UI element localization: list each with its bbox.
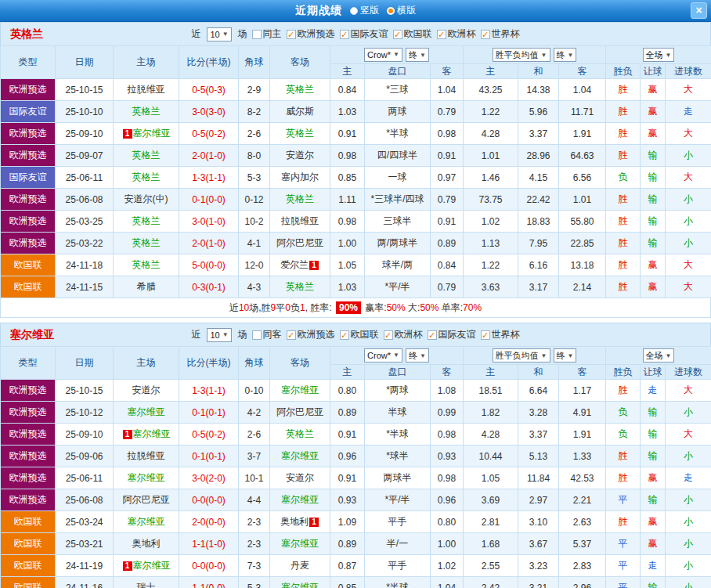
filter-checkbox[interactable]: ✓世界杯	[481, 328, 520, 341]
company-select[interactable]: Crow*▼	[364, 48, 402, 62]
away-team-cell: 英格兰	[270, 424, 330, 446]
away-team-cell: 威尔斯	[270, 101, 330, 123]
filter-checkbox[interactable]: ✓欧洲杯	[437, 27, 476, 41]
match-type: 欧洲预选	[1, 446, 56, 467]
final-select[interactable]: 终▼	[406, 48, 429, 62]
home-team-cell: 瑞士	[114, 577, 179, 588]
layout-radio-vertical[interactable]: 竖版	[350, 4, 379, 17]
layout-radio-horizontal[interactable]: 横版	[387, 4, 416, 17]
dropdown-label: 终	[557, 49, 565, 61]
team-name: 英格兰	[286, 128, 314, 139]
filter-checkbox[interactable]: 同客	[252, 328, 282, 341]
filter-checkbox[interactable]: ✓欧国联	[340, 328, 379, 341]
result-handicap: 输	[641, 167, 666, 189]
home-team-cell: 英格兰	[114, 145, 179, 167]
avg-home-odds: 1.22	[464, 101, 518, 123]
company-odds-group: Crow*▼终▼	[330, 347, 464, 365]
result-handicap: 赢	[641, 467, 666, 489]
team-name: 拉脱维亚	[281, 215, 319, 226]
home-team-cell: 安道尔	[114, 380, 179, 402]
team-name: 威尔斯	[286, 106, 314, 117]
dropdown-label: 胜平负均值	[496, 49, 539, 61]
avg-odds-select[interactable]: 胜平负均值▼	[493, 48, 550, 62]
checkbox-icon: ✓	[481, 330, 490, 340]
final-select-2[interactable]: 终▼	[554, 348, 577, 363]
corner-count: 10-1	[239, 467, 270, 489]
red-card-badge: 1	[309, 261, 319, 270]
final-select-2[interactable]: 终▼	[554, 48, 577, 62]
filter-checkbox[interactable]: ✓世界杯	[481, 27, 520, 41]
filter-checkbox[interactable]: ✓欧洲预选	[287, 328, 335, 341]
avg-away-odds: 11.71	[559, 101, 606, 123]
column-subheader: 盘口	[365, 365, 431, 380]
home-odds: 0.84	[330, 79, 365, 101]
avg-away-odds: 1.17	[559, 380, 606, 402]
column-subheader: 进球数	[666, 64, 711, 79]
match-type: 欧国联	[1, 533, 56, 555]
team-name: 英格兰	[132, 150, 161, 161]
filter-checkbox[interactable]: ✓欧国联	[393, 27, 432, 41]
filter-checkbox[interactable]: ✓国际友谊	[340, 27, 388, 41]
filter-checkbox[interactable]: ✓欧洲杯	[384, 328, 423, 341]
column-subheader: 进球数	[666, 365, 711, 380]
chevron-down-icon: ▼	[666, 352, 672, 359]
away-odds: 1.04	[431, 79, 464, 101]
titlebar: 近期战绩 竖版 横版 ×	[0, 0, 711, 22]
near-label: 近	[191, 27, 200, 41]
avg-home-odds: 1.13	[464, 233, 518, 254]
result-handicap: 输	[641, 577, 666, 588]
home-team-cell: 1塞尔维亚	[114, 555, 179, 577]
result-goals: 大	[666, 380, 711, 402]
scope-select[interactable]: 全场▼	[643, 348, 675, 363]
handicap-line: *平/半	[365, 489, 431, 511]
home-odds: 0.89	[330, 402, 365, 424]
dropdown-label: 终	[409, 49, 417, 61]
scope-select[interactable]: 全场▼	[643, 48, 675, 62]
match-date: 25-10-12	[56, 402, 114, 424]
away-team-cell: 英格兰	[270, 189, 330, 211]
match-score: 2-0(1-0)	[179, 233, 239, 254]
handicap-line: *三球半/四球	[365, 189, 431, 211]
match-date: 25-06-08	[56, 489, 114, 511]
team-name: 阿尔巴尼亚	[123, 494, 170, 505]
match-row: 欧洲预选25-06-08阿尔巴尼亚0-0(0-0)4-4塞尔维亚0.93*平/半…	[1, 489, 711, 511]
away-team-cell: 塞尔维亚	[270, 380, 330, 402]
filter-checkbox[interactable]: 同主	[252, 27, 282, 41]
section-header-bar: 英格兰近10▼场同主✓欧洲预选✓国际友谊✓欧国联✓欧洲杯✓世界杯	[0, 22, 711, 45]
match-count-select[interactable]: 10▼	[207, 27, 231, 41]
column-subheader: 主	[464, 64, 518, 79]
avg-draw-odds: 18.83	[518, 211, 559, 233]
filter-checkbox[interactable]: ✓欧洲预选	[287, 27, 335, 41]
home-team-cell: 塞尔维亚	[114, 467, 179, 489]
avg-away-odds: 5.37	[559, 533, 606, 555]
team-name: 阿尔巴尼亚	[276, 237, 323, 248]
avg-home-odds: 1.05	[464, 467, 518, 489]
match-score: 1-3(1-1)	[179, 167, 239, 189]
column-subheader: 和	[518, 64, 559, 79]
table-header-row: 类型日期主场比分(半场)角球客场Crow*▼终▼胜平负均值▼终▼全场▼	[1, 347, 711, 365]
result-handicap: 输	[641, 446, 666, 467]
match-score: 0-1(0-0)	[179, 189, 239, 211]
column-subheader: 主	[330, 64, 365, 79]
company-select[interactable]: Crow*▼	[364, 348, 402, 363]
column-header: 类型	[1, 46, 56, 79]
away-team-cell: 安道尔	[270, 145, 330, 167]
match-row: 欧国联24-11-16瑞士1-1(0-0)5-3塞尔维亚0.85*半球1.042…	[1, 577, 711, 588]
home-odds: 0.98	[330, 211, 365, 233]
close-icon[interactable]: ×	[691, 2, 707, 19]
result-goals: 大	[666, 167, 711, 189]
result-handicap: 赢	[641, 123, 666, 145]
column-header: 角球	[239, 46, 270, 79]
handicap-line: 两球	[365, 101, 431, 123]
home-team-cell: 英格兰	[114, 211, 179, 233]
filter-checkbox[interactable]: ✓国际友谊	[428, 328, 476, 341]
avg-odds-select[interactable]: 胜平负均值▼	[493, 348, 550, 363]
final-select[interactable]: 终▼	[406, 348, 429, 363]
corner-count: 2-6	[239, 424, 270, 446]
match-count-select[interactable]: 10▼	[207, 328, 231, 342]
away-odds: 1.00	[431, 533, 464, 555]
away-team-cell: 塞尔维亚	[270, 533, 330, 555]
match-date: 25-09-10	[56, 123, 114, 145]
chevron-down-icon: ▼	[568, 352, 574, 359]
result-handicap: 走	[641, 555, 666, 577]
